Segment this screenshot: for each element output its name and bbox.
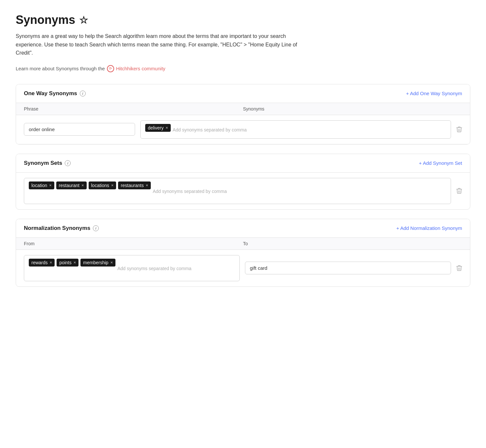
phrase-column-header: Phrase xyxy=(24,106,243,112)
title-text: Synonyms xyxy=(16,13,75,27)
points-tag: points × xyxy=(57,259,78,267)
page-description: Synonyms are a great way to help the Sea… xyxy=(16,32,310,57)
learn-more-row: Learn more about Synonyms through the ⟳ … xyxy=(16,65,470,72)
normalization-synonyms-header: Normalization Synonyms i + Add Normaliza… xyxy=(16,219,470,238)
synonym-sets-row: location × restaurant × locations × rest… xyxy=(16,173,470,209)
one-way-synonym-row: delivery × Add synonyms separated by com… xyxy=(16,115,470,144)
one-way-synonyms-title: One Way Synonyms i xyxy=(24,90,86,97)
add-synonym-set-button[interactable]: + Add Synonym Set xyxy=(419,160,462,166)
synonyms-placeholder: Add synonyms separated by comma xyxy=(173,127,247,132)
synonym-sets-field[interactable]: location × restaurant × locations × rest… xyxy=(24,178,451,204)
one-way-synonyms-section: One Way Synonyms i + Add One Way Synonym… xyxy=(16,84,470,145)
synonym-sets-placeholder: Add synonyms separated by comma xyxy=(153,188,227,194)
norm-to-input[interactable] xyxy=(245,262,451,274)
normalization-synonyms-section: Normalization Synonyms i + Add Normaliza… xyxy=(16,219,470,287)
delete-normalization-row-button[interactable] xyxy=(456,265,462,271)
community-icon: ⟳ xyxy=(107,65,114,72)
restaurant-tag-close[interactable]: × xyxy=(81,183,84,188)
restaurants-tag: restaurants × xyxy=(118,181,151,189)
one-way-synonyms-info-icon[interactable]: i xyxy=(80,91,86,96)
synonym-sets-info-icon[interactable]: i xyxy=(65,160,71,166)
membership-tag: membership × xyxy=(80,259,115,267)
synonyms-column-header: Synonyms xyxy=(243,106,462,112)
star-icon[interactable]: ☆ xyxy=(79,14,88,26)
points-tag-close[interactable]: × xyxy=(74,260,76,265)
to-column-header: To xyxy=(243,241,462,246)
norm-from-field[interactable]: rewards × points × membership × Add syno… xyxy=(24,255,240,281)
normalization-synonyms-info-icon[interactable]: i xyxy=(93,225,99,231)
location-tag-close[interactable]: × xyxy=(49,183,52,188)
synonyms-field[interactable]: delivery × Add synonyms separated by com… xyxy=(140,120,451,139)
phrase-input[interactable] xyxy=(24,123,135,136)
delete-synonym-set-button[interactable] xyxy=(456,188,462,194)
from-column-header: From xyxy=(24,241,243,246)
locations-tag: locations × xyxy=(89,181,116,189)
synonym-sets-header: Synonym Sets i + Add Synonym Set xyxy=(16,154,470,173)
synonym-sets-title: Synonym Sets i xyxy=(24,160,71,166)
page-title: Synonyms ☆ xyxy=(16,13,470,27)
norm-to-field xyxy=(245,262,451,274)
normalization-synonyms-table-header: From To xyxy=(16,238,470,250)
learn-more-prefix: Learn more about Synonyms through the xyxy=(16,66,105,71)
restaurants-tag-close[interactable]: × xyxy=(146,183,148,188)
one-way-synonyms-header: One Way Synonyms i + Add One Way Synonym xyxy=(16,84,470,103)
delete-one-way-row-button[interactable] xyxy=(456,126,462,133)
add-one-way-synonym-button[interactable]: + Add One Way Synonym xyxy=(406,91,462,96)
one-way-synonyms-table-header: Phrase Synonyms xyxy=(16,103,470,115)
phrase-input-wrapper xyxy=(24,123,135,136)
normalization-synonyms-title: Normalization Synonyms i xyxy=(24,225,99,232)
normalization-synonym-row: rewards × points × membership × Add syno… xyxy=(16,250,470,286)
hitchhikers-link[interactable]: Hitchhikers community xyxy=(116,66,165,71)
locations-tag-close[interactable]: × xyxy=(111,183,114,188)
delivery-tag-close[interactable]: × xyxy=(165,125,168,130)
synonym-sets-section: Synonym Sets i + Add Synonym Set locatio… xyxy=(16,154,470,210)
rewards-tag: rewards × xyxy=(29,259,55,267)
delivery-tag: delivery × xyxy=(145,124,171,132)
restaurant-tag: restaurant × xyxy=(56,181,87,189)
norm-from-placeholder: Add synonyms separated by comma xyxy=(117,265,191,271)
location-tag: location × xyxy=(29,181,54,189)
membership-tag-close[interactable]: × xyxy=(110,260,113,265)
add-normalization-synonym-button[interactable]: + Add Normalization Synonym xyxy=(396,225,462,231)
rewards-tag-close[interactable]: × xyxy=(50,260,52,265)
